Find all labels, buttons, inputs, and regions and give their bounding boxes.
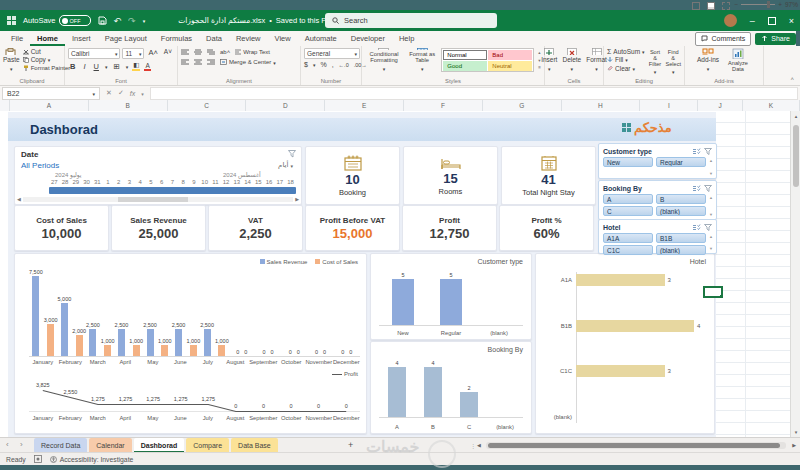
hotel-chart[interactable]: Hotel A1A3B1B4C1C3(blank) — [535, 253, 715, 434]
search-box[interactable]: Search — [325, 13, 497, 28]
sheet-tab-record-data[interactable]: Record Data — [34, 438, 87, 453]
wrap-text-button[interactable]: Wrap Text — [235, 48, 270, 56]
copy-button[interactable]: Copy — [23, 56, 71, 63]
minimize-icon[interactable]: – — [750, 16, 755, 26]
font-size-select[interactable]: 11 — [122, 48, 144, 59]
booking-by-chart[interactable]: Booking By 442 ABC(blank) — [370, 341, 532, 434]
column-header-c[interactable]: C — [168, 100, 247, 111]
slicer-item-new[interactable]: New — [603, 157, 653, 167]
maximize-icon[interactable] — [768, 17, 776, 25]
hscroll-right-icon[interactable]: ▶ — [792, 442, 796, 448]
font-color-button[interactable]: A — [144, 62, 150, 71]
kpi-card-profit--[interactable]: Profit %60% — [499, 205, 594, 251]
slicer-hotel[interactable]: HotelA1AB1BC1C(blank)▲▼ — [598, 219, 717, 254]
formula-input[interactable] — [150, 87, 798, 100]
zoom-knob[interactable] — [767, 1, 770, 8]
timeline-day-28[interactable]: 28 — [60, 179, 71, 185]
timeline-day-1[interactable]: 1 — [103, 179, 114, 185]
cell-style-bad[interactable]: Bad — [488, 50, 532, 60]
kpi-card-sales-revenue[interactable]: Sales Revenue25,000 — [111, 205, 206, 251]
format-as-table-button[interactable]: Format as Table — [407, 48, 437, 72]
zoom-slider[interactable] — [741, 4, 775, 5]
timeline-day-15[interactable]: 15 — [253, 179, 264, 185]
borders-button[interactable]: ⊞ — [111, 62, 121, 71]
timeline-day-30[interactable]: 30 — [81, 179, 92, 185]
normal-view-icon[interactable] — [692, 2, 700, 10]
column-header-h[interactable]: H — [562, 100, 641, 111]
sheet-tab-data-base[interactable]: Data Base — [231, 438, 278, 453]
slicer-scroll-down-icon[interactable]: ▼ — [709, 246, 713, 251]
timeline-day-14[interactable]: 14 — [242, 179, 253, 185]
bold-button[interactable]: B — [68, 62, 77, 71]
slicer-filter-icon[interactable] — [704, 148, 712, 155]
slicer-booking-by[interactable]: Booking ByABC(blank)▲▼ — [598, 180, 717, 220]
timeline-day-9[interactable]: 9 — [189, 179, 200, 185]
column-header-f[interactable]: F — [404, 100, 483, 111]
merge-center-button[interactable]: Merge & Center — [220, 58, 276, 66]
cell-style-good[interactable]: Good — [443, 61, 487, 71]
underline-button[interactable]: U — [92, 62, 101, 71]
timeline-scroll-thumb[interactable] — [118, 197, 188, 202]
timeline-day-3[interactable]: 3 — [124, 179, 135, 185]
sheet-nav-next-icon[interactable]: › — [20, 440, 23, 449]
timeline-scroll-right-icon[interactable]: ▶ — [295, 196, 299, 202]
timeline-day-4[interactable]: 4 — [135, 179, 146, 185]
slicer-scrollbar[interactable]: ▲▼ — [708, 195, 714, 217]
fill-color-button[interactable]: ◧ — [132, 61, 140, 71]
slicer-scroll-up-icon[interactable]: ▲ — [709, 158, 713, 163]
kpi-card-total-night-stay[interactable]: 41Total Night Stay — [501, 146, 596, 205]
add-sheet-button[interactable]: + — [348, 440, 353, 450]
enter-icon[interactable]: ✓ — [118, 89, 124, 97]
page-layout-view-icon[interactable] — [707, 2, 715, 10]
slicer-scroll-up-icon[interactable]: ▲ — [709, 195, 713, 200]
name-box[interactable]: B22 — [2, 87, 100, 100]
align-center-icon[interactable] — [194, 59, 202, 66]
underline-dropdown-icon[interactable] — [105, 63, 108, 70]
splitter-dots-icon[interactable]: ⋮ — [470, 442, 477, 449]
slicer-item-b1b[interactable]: B1B — [656, 233, 706, 243]
align-bottom-icon[interactable] — [207, 49, 215, 56]
column-header-d[interactable]: D — [246, 100, 325, 111]
column-header-e[interactable]: E — [325, 100, 404, 111]
quick-access-dropdown-icon[interactable] — [143, 16, 146, 25]
zoom-level[interactable]: 97% — [785, 1, 798, 8]
accounting-format-button[interactable]: $ — [304, 61, 308, 68]
hscroll-left-icon[interactable]: ◀ — [477, 442, 481, 448]
slicer-item-b[interactable]: B — [656, 194, 706, 204]
slicer-filter-icon[interactable] — [704, 224, 712, 231]
zoom-in-icon[interactable]: + — [778, 1, 782, 8]
column-header-b[interactable]: B — [89, 100, 168, 111]
zoom-out-icon[interactable]: − — [734, 1, 738, 8]
accessibility-status[interactable]: Accessibility: Investigate — [50, 456, 134, 463]
document-title[interactable]: مستكم ادارة الحجوزات.xlsx • Saved to thi… — [178, 16, 338, 25]
timeline-day-17[interactable]: 17 — [274, 179, 285, 185]
scroll-down-icon[interactable]: ▾ — [791, 429, 800, 435]
delete-cells-button[interactable]: Delete — [562, 48, 581, 72]
ribbon-tab-page-layout[interactable]: Page Layout — [98, 31, 154, 46]
slicer-item-a[interactable]: A — [603, 194, 653, 204]
slicer-scrollbar[interactable]: ▲▼ — [708, 158, 714, 176]
timeline-scrollbar[interactable]: ◀ ▶ — [17, 196, 299, 202]
format-painter-button[interactable]: Format Painter — [23, 65, 71, 72]
excel-app-icon[interactable] — [7, 16, 16, 25]
customer-type-chart[interactable]: Customer type 55 NewRegular(blank) — [370, 253, 532, 340]
timeline-day-10[interactable]: 10 — [199, 179, 210, 185]
kpi-card-profit[interactable]: Profit12,750 — [402, 205, 497, 251]
select-all-corner[interactable] — [0, 100, 10, 111]
redo-icon[interactable]: ↷ — [128, 16, 136, 26]
column-header-a[interactable]: A — [10, 100, 89, 111]
macro-record-icon[interactable] — [34, 455, 42, 463]
timeline-day-18[interactable]: 18 — [285, 179, 296, 185]
comments-button[interactable]: Comments — [695, 32, 751, 46]
user-avatar[interactable] — [724, 14, 737, 27]
revenue-cost-chart[interactable]: Sales RevenueCost of Sales 7,5003,0005,0… — [14, 253, 367, 434]
collapse-ribbon-icon[interactable]: ˄ — [790, 76, 794, 82]
cut-button[interactable]: Cut — [23, 48, 71, 55]
kpi-card-profit-before-vat[interactable]: Profit Before VAT15,000 — [305, 205, 400, 251]
slicer-scrollbar[interactable]: ▲▼ — [708, 234, 714, 251]
timeline-day-7[interactable]: 7 — [167, 179, 178, 185]
timeline-day-6[interactable]: 6 — [156, 179, 167, 185]
timeline-day-29[interactable]: 29 — [70, 179, 81, 185]
vertical-scrollbar[interactable]: ▴ ▾ — [790, 111, 800, 437]
paste-button[interactable]: Paste — [3, 48, 20, 72]
